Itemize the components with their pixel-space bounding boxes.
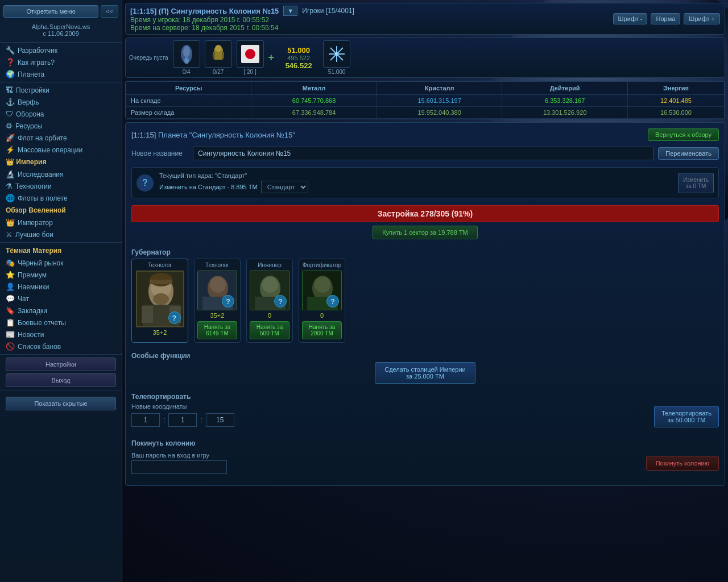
font-plus-button[interactable]: Шрифт + — [684, 13, 720, 24]
table-row-size: Размер склада 67.336.948.784 19.952.040.… — [126, 107, 725, 119]
crown-icon: 👑 — [6, 158, 14, 166]
sidebar-item-premium[interactable]: ⭐ Премиум — [0, 269, 122, 281]
shield-icon: 🛡 — [6, 110, 13, 118]
font-minus-button[interactable]: Шрифт - — [613, 13, 648, 24]
sidebar-item-fleet-orbit[interactable]: 🚀 Флот на орбите — [0, 132, 122, 144]
hire-fortifier-button[interactable]: Нанять за2000 ТМ — [302, 321, 342, 339]
svg-point-26 — [245, 49, 255, 59]
sidebar-item-chat[interactable]: 💬 Чат — [0, 293, 122, 305]
sidebar-item-resources[interactable]: ⚙ Ресурсы — [0, 120, 122, 132]
gov-tech-image: ? — [197, 271, 237, 310]
snowflake-display: 51.000 — [323, 40, 350, 75]
user-since: с 11.06.2009 — [0, 30, 122, 37]
buy-sector-button[interactable]: Купить 1 сектор за 19.788 ТМ — [373, 226, 478, 239]
sidebar-item-fleets-flight[interactable]: 🌐 Флоты в полете — [0, 192, 122, 204]
col-header-deut: Дейтерий — [502, 82, 628, 95]
sidebar-item-ban-list[interactable]: 🚫 Список банов — [0, 340, 122, 352]
governor-card-technolog: Технолог ? 35+2 Нанять за6149 ТМ — [194, 259, 241, 343]
leave-colony-title: Покинуть колонию — [131, 436, 719, 450]
person-icon: 👤 — [6, 282, 15, 291]
rocket-icon: 🚀 — [6, 134, 15, 142]
sidebar-item-technologies[interactable]: ⚗ Технологии — [0, 180, 122, 192]
sidebar-item-mercenaries[interactable]: 👤 Наемники — [0, 281, 122, 293]
sidebar-item-mass-ops[interactable]: ⚡ Массовые операции — [0, 144, 122, 156]
time-server: Время на сервере: 18 декабря 2015 г. 00:… — [130, 24, 354, 32]
japan-flag-icon — [240, 44, 260, 64]
gov-tech-level: 35+2 — [210, 312, 225, 319]
sidebar-item-empire[interactable]: 👑 Империя — [0, 156, 122, 168]
teleport-coords: : : — [131, 413, 234, 427]
gov-eng-title: Инженер — [258, 262, 282, 268]
sidebar-item-dark-matter[interactable]: Тёмная Материя — [0, 244, 122, 257]
emperor-icon: 👑 — [6, 218, 15, 227]
governor-main-card: Технолог — [131, 259, 188, 343]
special-functions-section: Особые функции Сделать столицей Империиз… — [131, 348, 719, 384]
sidebar-item-emperor[interactable]: 👑 Император — [0, 217, 122, 228]
star-icon: ⭐ — [6, 271, 15, 279]
font-normal-button[interactable]: Норма — [651, 13, 680, 24]
globe-icon: 🌐 — [6, 194, 15, 202]
sidebar-item-developer[interactable]: 🔧 Разработчик — [0, 44, 122, 56]
exit-button[interactable]: Выход — [6, 373, 116, 387]
energy-size: 16.530.000 — [627, 107, 724, 119]
settings-button[interactable]: Настройки — [6, 357, 116, 371]
sword-icon: ⚔ — [6, 230, 13, 239]
open-menu-button[interactable]: Откреπить меню — [3, 5, 98, 18]
kernel-type-label: Текущий тип ядра: "Стандарт" — [159, 172, 672, 179]
deut-size: 13.301.526.920 — [502, 107, 628, 119]
sidebar-item-planet[interactable]: 🌍 Планета — [0, 68, 122, 80]
coord-input-3[interactable] — [206, 413, 234, 427]
sidebar-item-buildings[interactable]: 🏗 Постройки — [0, 84, 122, 96]
sidebar-item-bookmarks[interactable]: 🔖 Закладки — [0, 305, 122, 317]
hire-engineer-button[interactable]: Нанять за500 ТМ — [250, 321, 289, 339]
sidebar: Откреπить меню << Alpha.SuperNova.ws с 1… — [0, 0, 122, 582]
empire-capital-button[interactable]: Сделать столицей Империиза 25.000 ТМ — [375, 362, 475, 384]
sidebar-item-battle-reports[interactable]: 📋 Боевые отчеты — [0, 317, 122, 329]
coords-group: Новые координаты : : — [131, 403, 234, 430]
planet-dropdown-button[interactable]: ▼ — [283, 6, 297, 16]
resource-numbers: 51.000 495.522 546.522 — [279, 46, 318, 70]
coord-link[interactable]: [1:1:15] — [131, 131, 156, 139]
show-hidden-button[interactable]: Показать скрытые — [6, 397, 116, 410]
top-bar-right: Шрифт - Норма Шрифт + — [613, 13, 720, 24]
sidebar-item-research[interactable]: 🔬 Исследования — [0, 168, 122, 180]
planet-num-display: [ 20 ] — [237, 40, 264, 75]
hire-technolog-button[interactable]: Нанять за6149 ТМ — [197, 321, 237, 339]
col-header-metal: Металл — [251, 82, 377, 95]
sidebar-item-shipyard[interactable]: ⚓ Верфь — [0, 96, 122, 108]
ship-icon — [176, 44, 197, 64]
sidebar-item-best-fights[interactable]: ⚔ Лучшие бои — [0, 228, 122, 240]
resource-icon-bar: Очередь пуста 0/4 — [125, 38, 725, 78]
teleport-title: Телепортировать — [131, 389, 719, 403]
time-player: Время у игрока: 18 декабря 2015 г. 00:55… — [130, 16, 354, 24]
gov-main-badge: ? — [168, 311, 181, 324]
queue-label: Очередь пуста — [129, 55, 168, 61]
resources-table-wrapper: Ресурсы Металл Кристалл Дейтерий Энергия… — [125, 81, 725, 119]
return-overview-button[interactable]: Вернуться к обзору — [648, 128, 719, 141]
password-input[interactable] — [131, 460, 227, 474]
coord-input-2[interactable] — [168, 413, 197, 427]
size-label: Размер склада — [126, 107, 251, 119]
collapse-sidebar-button[interactable]: << — [101, 5, 118, 18]
sidebar-item-news[interactable]: 📰 Новости — [0, 329, 122, 340]
rename-input[interactable] — [193, 147, 653, 160]
leave-colony-button[interactable]: Покинуть колонию — [646, 456, 719, 471]
coord-sep-1: : — [163, 416, 165, 424]
kernel-change-button[interactable]: Изменитьза 0 ТМ — [678, 173, 714, 193]
teleport-button[interactable]: Телепортироватьза 50.000 ТМ — [654, 406, 719, 427]
metal-warehouse: 60.745.770.868 — [251, 95, 377, 107]
sidebar-item-defense[interactable]: 🛡 Оборона — [0, 108, 122, 120]
gov-fort-level: 0 — [320, 312, 324, 319]
coord-input-1[interactable] — [131, 413, 160, 427]
snowflake-icon-box — [323, 40, 350, 68]
mask-icon: 🎭 — [6, 259, 15, 267]
sidebar-item-galaxy-view[interactable]: Обзор Вселенной — [0, 204, 122, 217]
svg-point-51 — [315, 277, 330, 293]
main-content: [1:1:15] (П) Сингулярность Колония №15 ▼… — [122, 0, 728, 582]
sidebar-item-howtoplay[interactable]: ❓ Как играть? — [0, 56, 122, 68]
governor-card-engineer: Инженер ? 0 Нанять за500 ТМ — [246, 259, 293, 343]
sidebar-item-black-market[interactable]: 🎭 Чёрный рынок — [0, 257, 122, 269]
kernel-select[interactable]: Стандарт — [261, 181, 308, 193]
rename-button[interactable]: Переименовать — [658, 147, 719, 160]
gov-tech-title: Технолог — [205, 262, 229, 268]
